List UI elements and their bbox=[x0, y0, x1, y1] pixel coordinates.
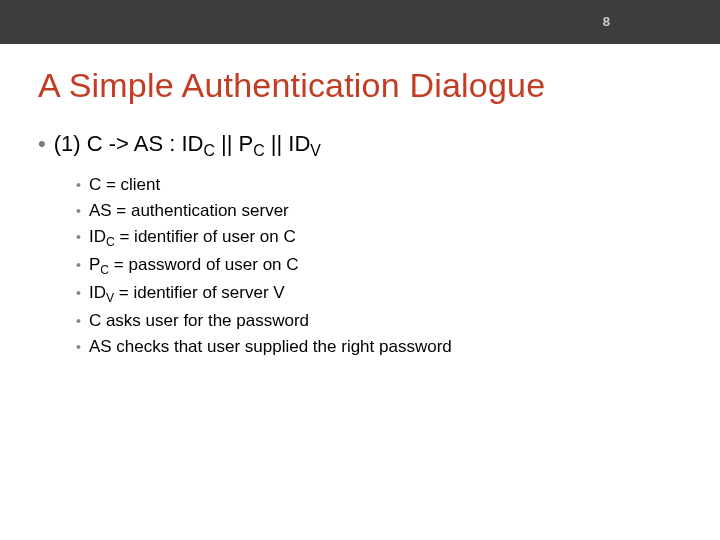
txt: P bbox=[89, 255, 100, 274]
list-item: • IDV = identifier of server V bbox=[76, 282, 690, 307]
list-item-text: PC = password of user on C bbox=[89, 254, 299, 279]
subscript: C bbox=[106, 236, 115, 250]
list-item: • IDC = identifier of user on C bbox=[76, 226, 690, 251]
txt: ID bbox=[89, 283, 106, 302]
sub-bullet-list: • C = client • AS = authentication serve… bbox=[76, 174, 690, 358]
txt: ID bbox=[89, 227, 106, 246]
subscript: V bbox=[310, 142, 321, 159]
bullet-icon: • bbox=[76, 284, 81, 303]
list-item-text: C asks user for the password bbox=[89, 310, 309, 333]
top-bar: 8 bbox=[0, 0, 720, 44]
bullet-icon: • bbox=[76, 338, 81, 357]
subscript: C bbox=[253, 142, 264, 159]
txt: = password of user on C bbox=[109, 255, 298, 274]
list-item: • C = client bbox=[76, 174, 690, 197]
main-bullet: • (1) C -> AS : IDC || PC || IDV bbox=[38, 131, 690, 160]
slide-content: A Simple Authentication Dialogue • (1) C… bbox=[0, 44, 720, 359]
list-item-text: C = client bbox=[89, 174, 160, 197]
subscript: V bbox=[106, 291, 114, 305]
list-item-text: AS = authentication server bbox=[89, 200, 289, 223]
subscript: C bbox=[203, 142, 214, 159]
list-item: • PC = password of user on C bbox=[76, 254, 690, 279]
txt: (1) C -> AS : ID bbox=[54, 131, 204, 156]
txt: = identifier of server V bbox=[114, 283, 285, 302]
list-item-text: IDC = identifier of user on C bbox=[89, 226, 296, 251]
slide-title: A Simple Authentication Dialogue bbox=[38, 66, 690, 105]
bullet-icon: • bbox=[76, 256, 81, 275]
bullet-icon: • bbox=[76, 312, 81, 331]
list-item: • C asks user for the password bbox=[76, 310, 690, 333]
txt: || P bbox=[215, 131, 253, 156]
txt: = identifier of user on C bbox=[115, 227, 296, 246]
bullet-icon: • bbox=[76, 176, 81, 195]
list-item-text: IDV = identifier of server V bbox=[89, 282, 285, 307]
bullet-icon: • bbox=[76, 202, 81, 221]
list-item: • AS = authentication server bbox=[76, 200, 690, 223]
list-item-text: AS checks that user supplied the right p… bbox=[89, 336, 452, 359]
subscript: C bbox=[100, 264, 109, 278]
slide-number: 8 bbox=[603, 14, 610, 29]
main-bullet-text: (1) C -> AS : IDC || PC || IDV bbox=[54, 131, 321, 160]
bullet-icon: • bbox=[38, 133, 46, 155]
list-item: • AS checks that user supplied the right… bbox=[76, 336, 690, 359]
bullet-icon: • bbox=[76, 228, 81, 247]
txt: || ID bbox=[265, 131, 311, 156]
